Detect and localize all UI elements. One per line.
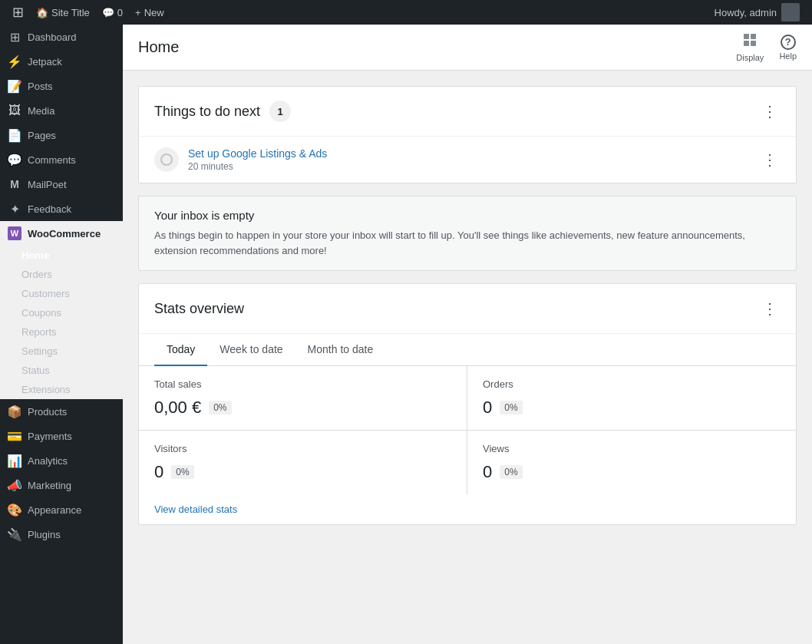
- inbox-description: As things begin to happen in your store …: [154, 228, 781, 258]
- submenu-coupons[interactable]: Coupons: [0, 303, 123, 322]
- site-title-link[interactable]: 🏠 Site Title: [30, 0, 96, 25]
- visitors-badge: 0%: [171, 465, 193, 479]
- sidebar-item-marketing[interactable]: 📣 Marketing: [0, 473, 123, 497]
- orders-badge: 0%: [500, 401, 522, 414]
- views-label: Views: [483, 443, 781, 454]
- submenu-orders[interactable]: Orders: [0, 265, 123, 284]
- total-sales-value: 0,00 €: [154, 398, 201, 418]
- wp-logo[interactable]: ⊞: [6, 4, 30, 21]
- stat-views: Views 0 0%: [467, 431, 796, 494]
- main-content: Things to do next 1 ⋮ Set up Google List…: [123, 71, 812, 644]
- display-icon: [742, 32, 758, 51]
- total-sales-value-row: 0,00 € 0%: [154, 398, 451, 418]
- analytics-icon: 📊: [8, 454, 21, 467]
- avatar: [781, 3, 800, 21]
- tab-today[interactable]: Today: [154, 334, 207, 366]
- sidebar-item-products[interactable]: 📦 Products: [0, 399, 123, 424]
- admin-bar: ⊞ 🏠 Site Title 💬 0 + New Howdy, admin: [0, 0, 812, 25]
- plugins-icon: 🔌: [8, 527, 21, 541]
- help-icon: ?: [781, 35, 796, 50]
- home-icon: 🏠: [36, 7, 48, 18]
- submenu-customers[interactable]: Customers: [0, 284, 123, 303]
- tab-month-to-date[interactable]: Month to date: [295, 334, 386, 366]
- stats-tabs: Today Week to date Month to date: [139, 334, 796, 366]
- comment-icon: 💬: [102, 7, 114, 18]
- stats-overview-card: Stats overview ⋮ Today Week to date Mont…: [138, 283, 797, 525]
- submenu-reports[interactable]: Reports: [0, 322, 123, 342]
- sidebar-item-comments[interactable]: 💬 Comments: [0, 147, 123, 172]
- visitors-label: Visitors: [154, 443, 451, 454]
- media-icon: 🖼: [8, 104, 21, 117]
- visitors-value-row: 0 0%: [154, 462, 451, 482]
- appearance-icon: 🎨: [8, 503, 21, 517]
- display-button[interactable]: Display: [736, 32, 764, 62]
- sidebar-item-media[interactable]: 🖼 Media: [0, 98, 123, 123]
- views-badge: 0%: [500, 465, 522, 479]
- pages-icon: 📄: [8, 128, 21, 142]
- stat-total-sales: Total sales 0,00 € 0%: [139, 366, 467, 431]
- tab-week-to-date[interactable]: Week to date: [207, 334, 295, 366]
- marketing-icon: 📣: [8, 478, 21, 492]
- things-to-do-header: Things to do next 1 ⋮: [139, 87, 796, 137]
- orders-value-row: 0 0%: [483, 398, 781, 418]
- mailpoet-icon: M: [8, 177, 21, 191]
- posts-icon: 📝: [8, 79, 21, 93]
- sidebar-item-appearance[interactable]: 🎨 Appearance: [0, 497, 123, 522]
- stat-visitors: Visitors 0 0%: [139, 431, 467, 494]
- inbox-section: Your inbox is empty As things begin to h…: [138, 196, 797, 271]
- sidebar-item-payments[interactable]: 💳 Payments: [0, 424, 123, 448]
- dashboard-icon: ⊞: [8, 30, 21, 44]
- svg-rect-3: [751, 41, 756, 46]
- things-to-do-title: Things to do next 1: [154, 101, 291, 122]
- sidebar-item-woocommerce[interactable]: W WooCommerce: [0, 221, 123, 246]
- things-to-do-card: Things to do next 1 ⋮ Set up Google List…: [138, 86, 797, 183]
- sidebar-item-pages[interactable]: 📄 Pages: [0, 123, 123, 147]
- sidebar-item-feedback[interactable]: ✦ Feedback: [0, 197, 123, 221]
- submenu-extensions[interactable]: Extensions: [0, 380, 123, 399]
- task-link[interactable]: Set up Google Listings & Ads: [188, 147, 750, 160]
- sidebar-item-dashboard[interactable]: ⊞ Dashboard: [0, 25, 123, 49]
- page-header: Home Display ? Help: [123, 25, 812, 71]
- sidebar-item-jetpack[interactable]: ⚡ Jetpack: [0, 49, 123, 74]
- sidebar-item-plugins[interactable]: 🔌 Plugins: [0, 522, 123, 547]
- sidebar-item-mailpoet[interactable]: M MailPoet: [0, 172, 123, 197]
- svg-rect-1: [751, 34, 756, 39]
- new-content-button[interactable]: + New: [129, 0, 170, 25]
- stats-overview-header: Stats overview ⋮: [139, 284, 796, 334]
- sidebar-item-posts[interactable]: 📝 Posts: [0, 74, 123, 98]
- svg-rect-2: [744, 41, 749, 46]
- stat-orders: Orders 0 0%: [467, 366, 796, 431]
- help-button[interactable]: ? Help: [779, 35, 797, 61]
- visitors-value: 0: [154, 462, 163, 482]
- task-content: Set up Google Listings & Ads 20 minutes: [188, 147, 750, 172]
- comments-icon: 💬: [8, 153, 21, 167]
- task-item: Set up Google Listings & Ads 20 minutes …: [139, 137, 796, 183]
- stats-title: Stats overview: [154, 301, 244, 317]
- total-sales-label: Total sales: [154, 378, 451, 390]
- submenu-settings[interactable]: Settings: [0, 342, 123, 361]
- stats-menu[interactable]: ⋮: [759, 296, 781, 321]
- svg-rect-0: [744, 34, 749, 39]
- woocommerce-icon: W: [8, 226, 21, 240]
- submenu-status[interactable]: Status: [0, 361, 123, 380]
- stats-grid: Total sales 0,00 € 0% Orders 0 0%: [139, 366, 796, 494]
- task-icon: [154, 147, 179, 172]
- task-time: 20 minutes: [188, 161, 750, 172]
- orders-value: 0: [483, 398, 492, 418]
- submenu-home[interactable]: Home: [0, 246, 123, 265]
- products-icon: 📦: [8, 405, 21, 418]
- total-sales-badge: 0%: [209, 401, 231, 414]
- view-stats-row: View detailed stats: [139, 494, 796, 524]
- admin-user-info[interactable]: Howdy, admin: [708, 3, 806, 21]
- sidebar-item-analytics[interactable]: 📊 Analytics: [0, 448, 123, 473]
- plus-icon: +: [135, 7, 141, 18]
- inbox-title: Your inbox is empty: [154, 209, 781, 222]
- sidebar: ⊞ Dashboard ⚡ Jetpack 📝 Posts 🖼 Media 📄 …: [0, 25, 123, 644]
- orders-label: Orders: [483, 378, 781, 390]
- header-actions: Display ? Help: [736, 32, 797, 62]
- comments-link[interactable]: 💬 0: [96, 0, 129, 25]
- views-value-row: 0 0%: [483, 462, 781, 482]
- things-to-do-menu[interactable]: ⋮: [759, 99, 781, 124]
- task-menu[interactable]: ⋮: [759, 147, 781, 172]
- view-detailed-stats-link[interactable]: View detailed stats: [154, 504, 237, 515]
